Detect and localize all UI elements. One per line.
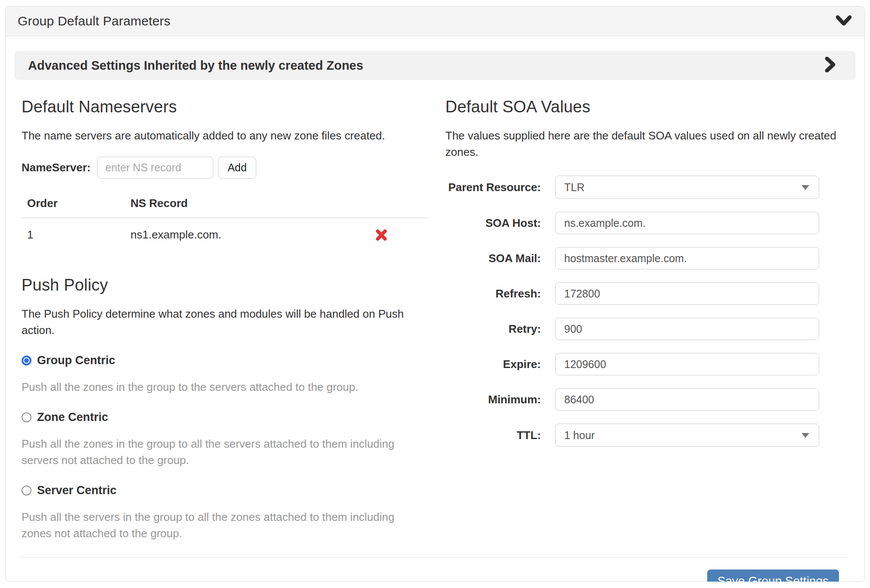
minimum-input[interactable] xyxy=(555,388,819,411)
ns-record-column-header: NS Record xyxy=(130,197,334,210)
select-caret-icon xyxy=(802,433,809,438)
radio-label-group-centric: Group Centric xyxy=(37,354,115,367)
nameserver-table-header: Order NS Record xyxy=(22,197,429,218)
push-policy-description: The Push Policy determine what zones and… xyxy=(22,306,415,338)
refresh-row: Refresh: xyxy=(445,282,848,305)
parent-resource-value: TLR xyxy=(564,181,584,194)
soa-title: Default SOA Values xyxy=(445,98,848,116)
nameserver-add-row: NameServer: Add xyxy=(22,157,415,179)
radio-option-server-centric[interactable]: Server Centric xyxy=(22,484,415,497)
select-caret-icon xyxy=(802,185,809,190)
add-nameserver-button[interactable]: Add xyxy=(218,157,256,179)
radio-button-server-centric[interactable] xyxy=(22,486,31,495)
content-columns: Default Nameservers The name servers are… xyxy=(15,98,855,542)
group-default-parameters-panel: Group Default Parameters Advanced Settin… xyxy=(5,6,865,582)
ttl-select[interactable]: 1 hour xyxy=(555,424,819,447)
radio-label-zone-centric: Zone Centric xyxy=(37,411,108,424)
order-column-header: Order xyxy=(27,197,130,210)
retry-label: Retry: xyxy=(445,322,541,337)
parent-resource-select[interactable]: TLR xyxy=(555,176,819,199)
panel-heading[interactable]: Group Default Parameters xyxy=(6,6,864,36)
parent-resource-row: Parent Resource: TLR xyxy=(445,176,848,199)
ttl-label: TTL: xyxy=(445,428,541,443)
advanced-settings-label: Advanced Settings Inherited by the newly… xyxy=(28,59,363,73)
minimum-row: Minimum: xyxy=(445,388,848,411)
refresh-label: Refresh: xyxy=(445,286,541,301)
radio-description-zone-centric: Push all the zones in the group to all t… xyxy=(22,436,415,468)
radio-description-server-centric: Push all the servers in the group to all… xyxy=(22,509,415,542)
nameserver-table: Order NS Record 1 ns1.example.com. xyxy=(22,197,429,250)
soa-host-label: SOA Host: xyxy=(445,216,541,231)
panel-title: Group Default Parameters xyxy=(18,14,171,28)
soa-mail-input[interactable] xyxy=(555,247,819,269)
radio-label-server-centric: Server Centric xyxy=(37,484,117,497)
delete-nameserver-button[interactable] xyxy=(375,229,388,241)
ns-record-value: ns1.example.com. xyxy=(130,228,334,241)
radio-button-zone-centric[interactable] xyxy=(22,412,31,422)
panel-body: Advanced Settings Inherited by the newly… xyxy=(6,36,864,582)
nameserver-input[interactable] xyxy=(97,157,213,179)
collapse-panel-button[interactable] xyxy=(836,15,851,28)
table-row: 1 ns1.example.com. xyxy=(22,218,429,250)
ttl-row: TTL: 1 hour xyxy=(445,424,848,447)
ns-order-value: 1 xyxy=(27,228,130,241)
nameservers-title: Default Nameservers xyxy=(22,98,415,116)
soa-column: Default SOA Values The values supplied h… xyxy=(435,98,848,542)
push-policy-section: Push Policy The Push Policy determine wh… xyxy=(22,276,415,542)
minimum-label: Minimum: xyxy=(445,392,541,407)
expire-label: Expire: xyxy=(445,357,541,372)
advanced-settings-bar[interactable]: Advanced Settings Inherited by the newly… xyxy=(15,51,855,80)
nameservers-column: Default Nameservers The name servers are… xyxy=(22,98,435,542)
refresh-input[interactable] xyxy=(555,282,819,305)
ttl-value: 1 hour xyxy=(564,429,595,442)
soa-host-input[interactable] xyxy=(555,212,819,234)
soa-mail-row: SOA Mail: xyxy=(445,247,848,269)
radio-button-group-centric[interactable] xyxy=(22,356,31,365)
expire-row: Expire: xyxy=(445,353,848,375)
nameservers-description: The name servers are automatically added… xyxy=(22,127,415,144)
radio-option-group-centric[interactable]: Group Centric xyxy=(22,354,415,367)
push-policy-title: Push Policy xyxy=(22,276,415,294)
expire-input[interactable] xyxy=(555,353,819,375)
nameserver-field-label: NameServer: xyxy=(22,161,90,174)
soa-description: The values supplied here are the default… xyxy=(445,127,848,160)
save-group-settings-button[interactable]: Save Group Settings xyxy=(707,569,839,582)
retry-row: Retry: xyxy=(445,318,848,340)
footer: Save Group Settings xyxy=(15,557,855,582)
parent-resource-label: Parent Resource: xyxy=(445,180,541,195)
radio-description-group-centric: Push all the zones in the group to the s… xyxy=(22,379,415,395)
radio-option-zone-centric[interactable]: Zone Centric xyxy=(22,411,415,424)
soa-mail-label: SOA Mail: xyxy=(445,251,541,266)
retry-input[interactable] xyxy=(555,318,819,340)
chevron-right-icon xyxy=(825,57,836,74)
chevron-down-icon xyxy=(836,15,851,28)
delete-x-icon xyxy=(375,236,388,242)
soa-host-row: SOA Host: xyxy=(445,212,848,234)
